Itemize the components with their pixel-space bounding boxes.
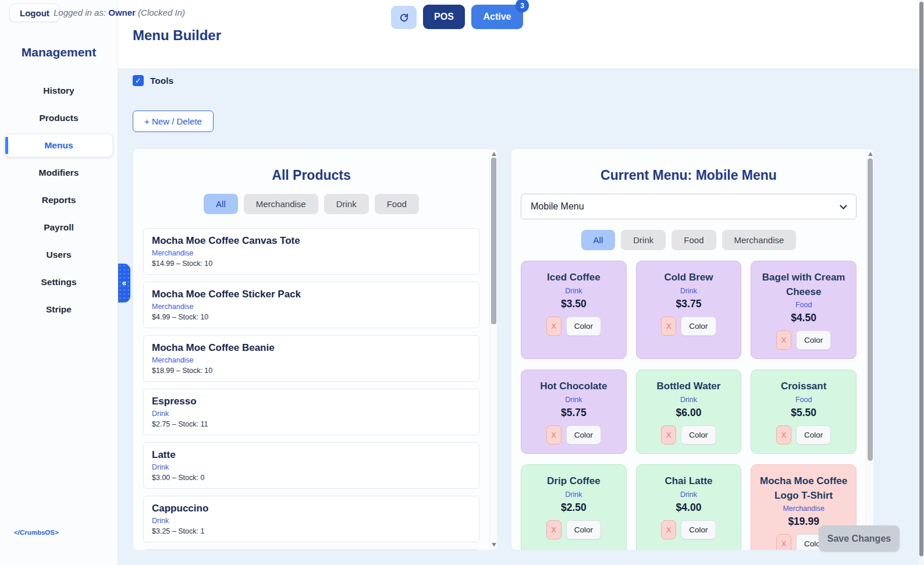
scroll-down-icon[interactable]: [492, 543, 496, 547]
menu-item-card[interactable]: Iced Coffee Drink $3.50 X Color: [521, 261, 627, 359]
menu-item-card[interactable]: Bagel with Cream Cheese Food $4.50 X Col…: [751, 261, 857, 359]
sidebar-item[interactable]: Menus: [5, 134, 113, 157]
remove-item-button[interactable]: X: [776, 331, 791, 350]
product-name: Latte: [152, 449, 471, 461]
menu-filter-tab[interactable]: All: [581, 230, 616, 250]
remove-item-button[interactable]: X: [546, 425, 561, 445]
remove-item-button[interactable]: X: [661, 425, 676, 445]
product-card[interactable]: Cappuccino Drink $3.25 – Stock: 1: [143, 496, 479, 542]
sidebar: Management History Products Menus Modifi…: [0, 0, 118, 565]
remove-item-button[interactable]: X: [546, 520, 561, 539]
refresh-icon: [399, 13, 409, 23]
sidebar-item[interactable]: Settings: [5, 271, 113, 294]
sidebar-item[interactable]: History: [5, 79, 113, 102]
sidebar-item[interactable]: Stripe: [5, 298, 113, 321]
scrollbar-thumb[interactable]: [868, 158, 873, 461]
current-menu-panel: Current Menu: Mobile Menu Mobile Menu Al…: [511, 148, 874, 550]
menu-select-value: Mobile Menu: [531, 201, 584, 212]
remove-item-button[interactable]: X: [776, 534, 791, 550]
color-item-button[interactable]: Color: [681, 520, 716, 539]
products-filter-tab[interactable]: All: [204, 194, 238, 214]
top-actions: POS Active 3: [391, 5, 523, 29]
product-price-stock: $3.25 – Stock: 1: [152, 527, 471, 535]
sidebar-item[interactable]: Payroll: [5, 216, 113, 239]
product-card[interactable]: Espresso Drink $2.75 – Stock: 11: [143, 389, 479, 435]
remove-item-button[interactable]: X: [546, 317, 561, 336]
new-delete-button[interactable]: + New / Delete: [133, 111, 214, 132]
product-name: Cappuccino: [152, 503, 471, 514]
menu-filter-tab[interactable]: Drink: [621, 230, 666, 250]
products-filter-tab[interactable]: Food: [375, 194, 419, 214]
menu-item-card[interactable]: Drip Coffee Drink $2.50 X Color: [521, 464, 627, 550]
sidebar-nav: History Products Menus Modifiers Reports…: [0, 79, 118, 321]
menu-item-name: Cold Brew: [644, 271, 734, 285]
logout-button[interactable]: Logout: [9, 3, 60, 22]
product-card[interactable]: Mocha Moe Coffee Beanie Merchandise $18.…: [143, 335, 479, 382]
sidebar-item[interactable]: Products: [5, 106, 113, 130]
menu-item-name: Chai Latte: [644, 474, 734, 489]
scrollbar-thumb[interactable]: [491, 158, 496, 324]
sidebar-item-label: Products: [39, 113, 78, 123]
sidebar-item[interactable]: Reports: [5, 189, 113, 212]
products-filter-tab[interactable]: Merchandise: [244, 194, 318, 214]
page-scrollbar-thumb[interactable]: [919, 2, 923, 556]
products-scrollbar[interactable]: [489, 149, 497, 550]
menu-filter-tab[interactable]: Merchandise: [722, 230, 797, 250]
active-toggle-button[interactable]: Active 3: [471, 5, 523, 29]
menu-item-card[interactable]: Hot Chocolate Drink $5.75 X Color: [521, 369, 627, 454]
sidebar-item[interactable]: Modifiers: [5, 161, 113, 184]
menu-filter-tab[interactable]: Food: [671, 230, 716, 250]
remove-item-button[interactable]: X: [661, 317, 676, 336]
product-card[interactable]: Mocha Moe Coffee Canvas Tote Merchandise…: [143, 228, 479, 275]
menu-item-name: Bagel with Cream Cheese: [758, 271, 849, 299]
color-item-button[interactable]: Color: [566, 317, 601, 336]
menu-item-name: Drip Coffee: [528, 474, 619, 489]
product-card[interactable]: Mocha Moe Coffee Sticker Pack Merchandis…: [143, 282, 479, 328]
menu-item-category: Drink: [644, 287, 734, 295]
color-item-button[interactable]: Color: [796, 331, 831, 350]
menu-item-card[interactable]: Croissant Food $5.50 X Color: [751, 369, 857, 454]
product-card-partial[interactable]: [143, 549, 479, 550]
sidebar-item-label: Stripe: [46, 304, 72, 315]
chevron-down-icon: [840, 202, 847, 209]
login-status: Logged in as: Owner (Clocked In): [54, 8, 185, 17]
login-user: Owner: [108, 8, 136, 17]
products-filter-tab[interactable]: Drink: [324, 194, 369, 214]
refresh-button[interactable]: [391, 6, 417, 29]
product-category: Drink: [152, 463, 471, 471]
menu-scrollbar[interactable]: [866, 149, 873, 550]
remove-item-button[interactable]: X: [661, 520, 676, 539]
sidebar-item-label: History: [43, 86, 74, 96]
product-price-stock: $14.99 – Stock: 10: [152, 260, 471, 268]
pos-button[interactable]: POS: [423, 5, 465, 29]
save-changes-button[interactable]: Save Changes: [819, 525, 900, 552]
color-item-button[interactable]: Color: [566, 425, 601, 445]
product-name: Mocha Moe Coffee Beanie: [152, 342, 471, 354]
menu-item-grid: Iced Coffee Drink $3.50 X Color Cold Bre…: [521, 261, 857, 550]
remove-item-button[interactable]: X: [776, 425, 791, 445]
current-menu-title: Current Menu: Mobile Menu: [511, 168, 866, 183]
sidebar-item-label: Users: [46, 250, 71, 260]
menu-item-card[interactable]: Chai Latte Drink $4.00 X Color: [636, 464, 742, 550]
product-price-stock: $3.00 – Stock: 0: [152, 474, 471, 482]
page-scrollbar[interactable]: [919, 0, 924, 565]
menu-item-card[interactable]: Bottled Water Drink $6.00 X Color: [636, 369, 742, 454]
scroll-up-icon[interactable]: [492, 152, 496, 156]
sidebar-collapse-button[interactable]: «: [118, 264, 130, 303]
scroll-up-icon[interactable]: [868, 152, 873, 156]
product-card[interactable]: Latte Drink $3.00 – Stock: 0: [143, 442, 479, 489]
color-item-button[interactable]: Color: [681, 317, 716, 336]
menu-item-category: Food: [758, 301, 849, 309]
menu-select[interactable]: Mobile Menu: [521, 194, 857, 219]
sidebar-item[interactable]: Users: [5, 243, 113, 266]
tools-checkbox[interactable]: ✓: [133, 75, 144, 86]
tools-label: Tools: [150, 76, 173, 86]
menu-item-price: $5.75: [528, 407, 619, 419]
menu-item-price: $4.50: [758, 312, 849, 324]
color-item-button[interactable]: Color: [566, 520, 601, 539]
menu-item-card[interactable]: Cold Brew Drink $3.75 X Color: [636, 261, 742, 359]
color-item-button[interactable]: Color: [796, 425, 831, 445]
product-name: Mocha Moe Coffee Canvas Tote: [152, 235, 471, 247]
color-item-button[interactable]: Color: [681, 425, 716, 445]
product-category: Drink: [152, 410, 471, 418]
